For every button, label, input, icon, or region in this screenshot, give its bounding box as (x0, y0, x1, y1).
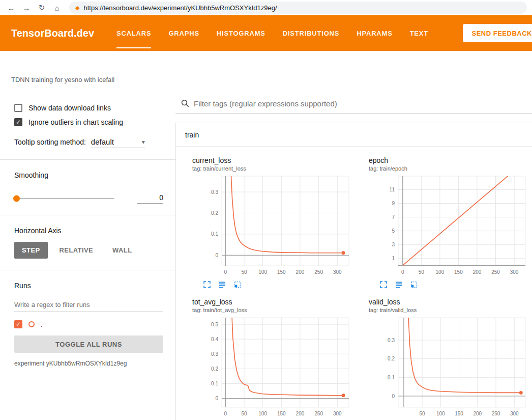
tag-filter-input[interactable] (194, 99, 532, 108)
svg-text:0: 0 (401, 269, 404, 275)
search-icon (181, 99, 190, 108)
line-chart-tot-avg-loss[interactable]: 05010015020025030000.10.20.30.40.5 (199, 315, 354, 420)
tooltip-sorting-select[interactable]: default ▾ (91, 137, 145, 148)
train-section-card: train current_loss tag: train/current_lo… (175, 123, 532, 420)
send-feedback-button[interactable]: SEND FEEDBACK (463, 24, 532, 42)
svg-text:250: 250 (491, 269, 500, 275)
fit-domain-icon[interactable] (409, 280, 419, 289)
show-download-links-label: Show data download links (28, 104, 111, 112)
chart-toolbar (379, 280, 532, 289)
smoothing-slider[interactable] (14, 198, 114, 199)
tooltip-sorting-row: Tooltip sorting method: default ▾ (14, 137, 163, 148)
tab-graphs[interactable]: GRAPHS (168, 15, 199, 51)
forward-icon[interactable]: → (20, 2, 33, 14)
svg-text:0.1: 0.1 (211, 381, 218, 386)
svg-text:0.1: 0.1 (388, 375, 395, 380)
chart-tag: tag: train/valid_loss (369, 306, 532, 314)
settings-sidebar: Show data download links ✓ Ignore outlie… (0, 92, 175, 420)
horizontal-axis-buttons: STEP RELATIVE WALL (14, 242, 163, 259)
chart-toolbar (202, 280, 356, 289)
run-row[interactable]: ✓ . (14, 320, 163, 328)
svg-text:200: 200 (473, 411, 482, 416)
experiment-caption: experiment yKUbhb5wRmOSXYkId1z9eg (14, 360, 163, 367)
line-chart-epoch[interactable]: 0501001502002503001357911 (376, 173, 530, 279)
ignore-outliers-checkbox[interactable]: ✓ Ignore outliers in chart scaling (14, 118, 163, 126)
run-checkbox-icon[interactable]: ✓ (14, 320, 22, 328)
tab-scalars[interactable]: SCALARS (116, 15, 151, 51)
svg-text:300: 300 (510, 269, 519, 275)
tab-histograms[interactable]: HISTOGRAMS (217, 15, 265, 51)
smoothing-value[interactable]: 0 (137, 193, 163, 204)
app-header: TensorBoard.dev SCALARS GRAPHS HISTOGRAM… (0, 15, 532, 51)
train-section-header[interactable]: train (176, 123, 532, 147)
svg-text:0.4: 0.4 (211, 337, 218, 342)
svg-text:150: 150 (277, 269, 286, 275)
expand-chart-icon[interactable] (379, 280, 388, 289)
home-icon[interactable]: ⌂ (51, 2, 63, 14)
tab-hparams[interactable]: HPARAMS (357, 15, 392, 51)
chart-card-epoch: epoch tag: train/epoch 05010015020025030… (356, 150, 532, 291)
smoothing-slider-thumb[interactable] (13, 195, 20, 202)
divider (0, 159, 175, 160)
chart-tag: tag: train/tot_avg_loss (192, 306, 356, 314)
svg-text:0.1: 0.1 (211, 231, 218, 237)
scalars-main: train current_loss tag: train/current_lo… (175, 92, 532, 420)
axis-step-button[interactable]: STEP (14, 242, 48, 259)
svg-text:100: 100 (436, 411, 445, 416)
experiment-title: TDNN training for yesno with icefall (11, 76, 114, 83)
svg-text:50: 50 (419, 269, 425, 275)
svg-text:3: 3 (392, 242, 395, 247)
ignore-outliers-label: Ignore outliers in chart scaling (28, 118, 123, 126)
tensorboard-favicon-icon: ◆ (75, 5, 79, 11)
svg-text:5: 5 (392, 228, 395, 234)
line-chart-valid-loss[interactable]: 5010015020025030000.10.20.3 (376, 315, 530, 420)
expand-chart-icon[interactable] (202, 280, 212, 289)
chart-card-current-loss: current_loss tag: train/current_loss 050… (179, 150, 356, 291)
browser-toolbar: ← → ↻ ⌂ ◆ https://tensorboard.dev/experi… (0, 0, 532, 15)
svg-text:50: 50 (241, 411, 247, 416)
reload-icon[interactable]: ↻ (36, 2, 48, 14)
svg-text:0.5: 0.5 (211, 322, 218, 327)
main-nav: SCALARS GRAPHS HISTOGRAMS DISTRIBUTIONS … (116, 15, 428, 51)
address-bar[interactable]: ◆ https://tensorboard.dev/experiment/yKU… (69, 2, 527, 14)
train-section-label: train (185, 131, 199, 139)
tab-text[interactable]: TEXT (410, 15, 428, 51)
tab-distributions[interactable]: DISTRIBUTIONS (283, 15, 340, 51)
charts-grid: current_loss tag: train/current_loss 050… (176, 147, 532, 420)
checkbox-unchecked-icon[interactable] (14, 104, 22, 112)
svg-text:300: 300 (333, 411, 342, 416)
svg-text:300: 300 (333, 269, 342, 275)
chart-card-tot-avg-loss: tot_avg_loss tag: train/tot_avg_loss 050… (179, 291, 356, 420)
fit-domain-icon[interactable] (233, 280, 242, 289)
smoothing-label: Smoothing (14, 171, 163, 179)
back-icon[interactable]: ← (5, 2, 17, 14)
tensorboard-logo[interactable]: TensorBoard.dev (11, 27, 94, 39)
runs-label: Runs (14, 282, 163, 290)
svg-text:0.3: 0.3 (388, 338, 395, 343)
svg-text:150: 150 (455, 411, 463, 416)
chart-card-valid-loss: valid_loss tag: train/valid_loss 5010015… (356, 291, 532, 420)
tooltip-sorting-label: Tooltip sorting method: (14, 138, 86, 146)
show-download-links-checkbox[interactable]: Show data download links (14, 104, 163, 112)
data-series-icon[interactable] (394, 280, 403, 289)
svg-text:100: 100 (436, 269, 445, 275)
axis-wall-button[interactable]: WALL (105, 242, 139, 259)
svg-text:150: 150 (277, 411, 286, 416)
svg-text:250: 250 (492, 411, 500, 416)
data-series-icon[interactable] (218, 280, 227, 289)
svg-text:200: 200 (473, 269, 482, 275)
checkbox-checked-icon[interactable]: ✓ (14, 118, 22, 126)
runs-filter-input[interactable] (14, 299, 163, 312)
svg-text:150: 150 (454, 269, 463, 275)
svg-text:100: 100 (258, 269, 267, 275)
line-chart-current-loss[interactable]: 05010015020025030000.10.20.3 (199, 173, 354, 279)
chart-tag: tag: train/current_loss (192, 165, 356, 172)
url-text[interactable]: https://tensorboard.dev/experiment/yKUbh… (83, 4, 277, 12)
svg-text:0: 0 (215, 253, 218, 258)
svg-text:0.2: 0.2 (388, 356, 395, 361)
chart-title: epoch (369, 156, 532, 165)
svg-text:0: 0 (224, 411, 227, 416)
toggle-all-runs-button[interactable]: TOGGLE ALL RUNS (14, 335, 163, 353)
svg-text:0: 0 (224, 269, 227, 275)
axis-relative-button[interactable]: RELATIVE (52, 242, 101, 259)
